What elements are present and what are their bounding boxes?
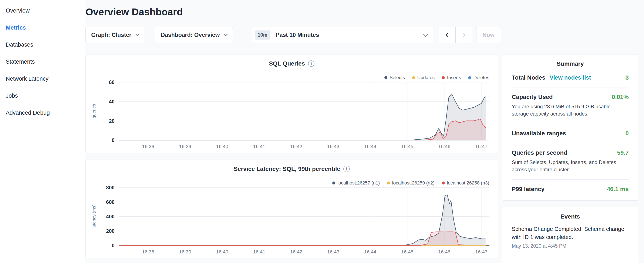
stat-label: Total Nodes <box>512 74 545 81</box>
stat-label: P99 latency <box>512 186 544 193</box>
x-tick-label: 16:45 <box>401 144 413 149</box>
legend-dot <box>387 181 390 184</box>
legend-item[interactable]: Inserts <box>442 75 461 80</box>
graph-dropdown-label: Graph: Cluster <box>91 32 132 38</box>
legend-item[interactable]: localhost:26259 (n2) <box>387 180 434 186</box>
sidebar-item-metrics[interactable]: Metrics <box>0 19 86 36</box>
x-tick-label: 16:40 <box>216 144 228 149</box>
dashboard-content: SQL Queries i SelectsUpdatesInsertsDelet… <box>86 54 638 263</box>
time-range-badge: 10m <box>255 31 270 40</box>
graph-dropdown[interactable]: Graph: Cluster <box>86 27 144 43</box>
legend-dot <box>412 76 415 79</box>
chevron-down-icon <box>136 33 139 36</box>
legend-item[interactable]: Updates <box>412 75 434 80</box>
legend-item[interactable]: Deletes <box>468 75 489 80</box>
chevron-down-icon <box>224 33 228 36</box>
sql-queries-chart[interactable]: 16:3816:3916:4016:4116:4216:4316:4416:45… <box>86 55 498 153</box>
y-tick-label: 0 <box>112 242 114 248</box>
event-timestamp: May 13, 2020 at 4:45 PM <box>512 243 629 249</box>
legend-label: Inserts <box>447 75 461 80</box>
chart-title-row: SQL Queries i <box>86 60 498 67</box>
event-text: Schema Change Completed: Schema change w… <box>512 225 629 241</box>
stat-label: Capacity Used <box>512 94 553 100</box>
chart-title-row: Service Latency: SQL, 99th percentile i <box>86 166 498 172</box>
x-tick-label: 16:42 <box>290 144 302 149</box>
x-tick-label: 16:38 <box>142 144 154 149</box>
chart-title: Service Latency: SQL, 99th percentile <box>234 166 340 172</box>
events-panel: Events Schema Change Completed: Schema c… <box>502 207 638 263</box>
y-tick-label: 40 <box>109 99 114 105</box>
x-tick-label: 16:41 <box>253 249 265 254</box>
sidebar-item-advanced-debug[interactable]: Advanced Debug <box>0 104 86 121</box>
stat-description: You are using 28.6 MiB of 515.9 GiB usab… <box>512 103 629 117</box>
y-axis-label: latency (ms) <box>92 204 96 228</box>
time-range-label: Past 10 Minutes <box>276 32 319 38</box>
legend-label: localhost:26257 (n1) <box>338 180 380 186</box>
sidebar-item-network-latency[interactable]: Network Latency <box>0 70 86 87</box>
sidebar-item-statements[interactable]: Statements <box>0 53 86 70</box>
legend-dot <box>468 76 471 79</box>
x-tick-label: 16:39 <box>179 144 191 149</box>
x-tick-label: 16:38 <box>142 249 154 254</box>
series-line <box>119 94 486 140</box>
chevron-left-icon <box>446 33 450 37</box>
x-tick-label: 16:44 <box>364 144 376 149</box>
sidebar: Overview Metrics Databases Statements Ne… <box>0 0 86 263</box>
summary-stat-unavailable-ranges: Unavailable ranges 0 <box>512 124 629 143</box>
right-sidebar: Summary Total Nodes View nodes list 3 <box>502 54 638 263</box>
dashboard-dropdown-label: Dashboard: Overview <box>161 32 220 38</box>
service-latency-chart-panel: Service Latency: SQL, 99th percentile i … <box>86 160 498 258</box>
x-tick-label: 16:47 <box>475 249 487 254</box>
summary-stat-queries-per-second: Queries per second 59.7 Sum of Selects, … <box>512 143 629 179</box>
sidebar-item-databases[interactable]: Databases <box>0 36 86 53</box>
info-icon[interactable]: i <box>308 60 314 67</box>
summary-stat-p99-latency: P99 latency 46.1 ms <box>512 179 629 199</box>
legend-label: Selects <box>390 75 405 80</box>
x-tick-label: 16:45 <box>401 249 413 254</box>
y-tick-label: 0 <box>112 137 114 143</box>
sidebar-item-overview[interactable]: Overview <box>0 2 86 19</box>
event-item[interactable]: Schema Change Completed: Schema change w… <box>512 225 629 249</box>
x-tick-label: 16:43 <box>327 144 339 149</box>
stat-label: Unavailable ranges <box>512 130 566 137</box>
legend-dot <box>442 181 445 184</box>
y-tick-label: 60 <box>109 79 114 85</box>
main-content: Overview Dashboard Graph: Cluster Dashbo… <box>86 0 644 263</box>
chart-title: SQL Queries <box>269 60 305 67</box>
time-range-selector[interactable]: 10m Past 10 Minutes <box>252 27 433 43</box>
service-latency-chart[interactable]: 16:3816:3916:4016:4116:4216:4316:4416:45… <box>86 160 498 258</box>
time-back-button[interactable] <box>439 27 456 43</box>
time-step-button-group <box>438 27 472 43</box>
legend-label: Deletes <box>473 75 489 80</box>
y-tick-label: 20 <box>109 118 114 124</box>
summary-panel: Summary Total Nodes View nodes list 3 <box>502 54 638 201</box>
x-tick-label: 16:40 <box>216 249 228 254</box>
stat-label: Queries per second <box>512 149 567 156</box>
view-nodes-link[interactable]: View nodes list <box>550 75 591 81</box>
x-tick-label: 16:46 <box>438 249 450 254</box>
x-tick-label: 16:46 <box>438 144 450 149</box>
x-tick-label: 16:42 <box>290 249 302 254</box>
x-tick-label: 16:44 <box>364 249 376 254</box>
app-window: Overview Metrics Databases Statements Ne… <box>0 0 644 263</box>
legend-item[interactable]: Selects <box>384 75 405 80</box>
dashboard-dropdown[interactable]: Dashboard: Overview <box>155 27 233 43</box>
time-forward-button[interactable] <box>456 27 472 43</box>
legend-label: localhost:26259 (n2) <box>392 180 434 186</box>
stat-value: 0.01% <box>612 94 629 100</box>
x-tick-label: 16:47 <box>475 144 487 149</box>
x-tick-label: 16:41 <box>253 144 265 149</box>
charts-column: SQL Queries i SelectsUpdatesInsertsDelet… <box>86 54 498 263</box>
y-tick-label: 800 <box>106 185 114 190</box>
now-button[interactable]: Now <box>476 27 501 43</box>
events-title: Events <box>512 213 629 220</box>
stat-value: 46.1 ms <box>607 186 629 193</box>
stat-value: 3 <box>625 74 629 81</box>
sidebar-item-jobs[interactable]: Jobs <box>0 87 86 104</box>
stat-value: 0 <box>625 130 629 137</box>
legend-label: Updates <box>417 75 434 80</box>
legend-item[interactable]: localhost:26258 (n3) <box>442 180 489 186</box>
info-icon[interactable]: i <box>343 166 350 172</box>
legend-item[interactable]: localhost:26257 (n1) <box>332 180 380 186</box>
summary-stat-total-nodes: Total Nodes View nodes list 3 <box>512 68 629 87</box>
